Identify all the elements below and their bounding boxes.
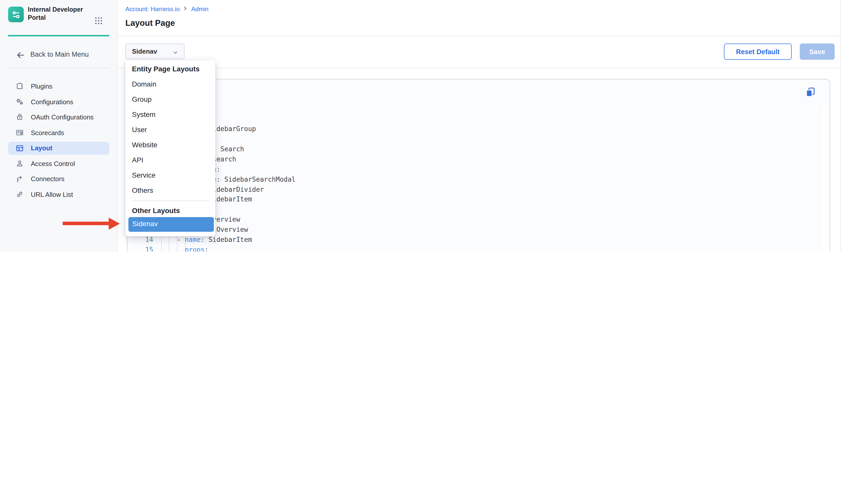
code-line-1[interactable]: 1page: — [127, 104, 823, 114]
sidebar-item-label: Access Control — [31, 160, 75, 167]
breadcrumb: Account: Harness.io Admin — [125, 5, 208, 13]
link-icon — [15, 190, 24, 199]
annotation-arrow — [63, 222, 110, 225]
sidebar-item-connectors[interactable]: Connectors — [8, 172, 109, 185]
sidebar-item-plugins[interactable]: Plugins — [8, 79, 109, 93]
sidebar: Internal Developer Portal Back to Main M… — [0, 0, 118, 252]
toolbar-divider — [118, 68, 840, 68]
content-right-edge — [840, 0, 841, 252]
sidebar-item-label: Connectors — [31, 175, 64, 183]
copy-icon[interactable] — [805, 87, 816, 98]
menu-item-system[interactable]: System — [125, 109, 215, 120]
sidebar-item-oauth-configurations[interactable]: OAuth Configurations — [8, 110, 109, 123]
sidebar-item-scorecards[interactable]: Scorecards — [8, 126, 109, 139]
sidebar-item-label: OAuth Configurations — [31, 113, 94, 121]
code-line-12[interactable]: 12 to: overview — [127, 215, 823, 225]
layout-icon — [15, 143, 24, 153]
code-line-8[interactable]: 8 - name: SidebarSearchModal — [127, 174, 823, 184]
menu-item-domain[interactable]: Domain — [125, 79, 215, 90]
layout-type-select[interactable]: Sidenav — [125, 43, 185, 59]
code-line-5[interactable]: 5 label: Search — [127, 144, 823, 154]
sidebar-item-url-allow-list[interactable]: URL Allow List — [8, 188, 109, 201]
sidebar-item-label: Configurations — [31, 98, 73, 105]
line-number: 14 — [127, 235, 153, 245]
annotation-arrow-head — [109, 217, 120, 230]
code-line-9[interactable]: 9 - name: SidebarDivider — [127, 184, 823, 194]
save-button[interactable]: Save — [800, 43, 835, 60]
menu-divider — [132, 200, 209, 201]
reset-default-label: Reset Default — [736, 48, 780, 56]
back-to-main-menu[interactable]: Back to Main Menu — [0, 49, 118, 62]
sidebar-divider — [8, 68, 109, 68]
menu-header-other-layouts: Other Layouts — [132, 206, 180, 214]
page-title: Layout Page — [125, 18, 175, 28]
menu-item-others[interactable]: Others — [125, 185, 215, 197]
code-line-6[interactable]: 6 to: /search — [127, 154, 823, 164]
code-line-4[interactable]: 4 props: — [127, 134, 823, 144]
lock-icon — [15, 112, 24, 121]
sidebar-item-label: Plugins — [31, 82, 52, 90]
chevron-right-icon — [183, 6, 188, 13]
menu-item-service[interactable]: Service — [125, 170, 215, 181]
editor-scrollbar-track — [823, 105, 829, 252]
layout-page-screen: Internal Developer Portal Back to Main M… — [0, 0, 868, 252]
layout-type-select-value: Sidenav — [132, 48, 157, 55]
plugins-icon — [15, 81, 24, 91]
breadcrumb-admin-link[interactable]: Admin — [192, 6, 208, 13]
sidebar-item-label: Scorecards — [31, 129, 64, 137]
branch-arrow-icon — [15, 174, 24, 183]
header-divider — [118, 36, 840, 37]
app-logo-icon — [8, 7, 24, 22]
sliders-icon — [10, 9, 21, 20]
menu-item-api[interactable]: API — [125, 155, 215, 166]
sidebar-item-layout[interactable]: Layout — [8, 141, 109, 154]
menu-item-user[interactable]: User — [125, 124, 215, 135]
code-line-7[interactable]: 7 children: — [127, 164, 823, 174]
breadcrumb-account-link[interactable]: Account: Harness.io — [125, 6, 180, 13]
sidebar-item-access-control[interactable]: Access Control — [8, 157, 109, 170]
back-arrow-icon — [15, 51, 25, 62]
app-grid-icon[interactable] — [94, 16, 103, 25]
code-line-3[interactable]: 3 - name: SidebarGroup — [127, 124, 823, 134]
line-content: props: — [161, 245, 208, 252]
brand-divider — [8, 35, 109, 37]
code-line-13[interactable]: 13 text: Overview — [127, 225, 823, 235]
app-title: Internal Developer Portal — [28, 6, 92, 22]
code-line-10[interactable]: 10 - name: SidebarItem — [127, 194, 823, 205]
back-label: Back to Main Menu — [30, 51, 89, 58]
menu-item-group[interactable]: Group — [125, 94, 215, 105]
layout-type-menu: Entity Page Layouts Domain Group System … — [125, 60, 215, 236]
sidebar-item-label: URL Allow List — [31, 191, 73, 198]
menu-item-website[interactable]: Website — [125, 140, 215, 151]
code-line-15[interactable]: 15 props: — [127, 245, 823, 252]
line-content: - name: SidebarItem — [161, 235, 252, 245]
gears-icon — [15, 97, 24, 106]
reset-default-button[interactable]: Reset Default — [724, 43, 792, 60]
code-line-2[interactable]: 2 items: — [127, 114, 823, 124]
code-line-11[interactable]: 11 props: — [127, 205, 823, 215]
code-line-14[interactable]: 14 - name: SidebarItem — [127, 235, 823, 245]
code-editor[interactable]: 1page:2 items:3 - name: SidebarGroup4 pr… — [127, 79, 823, 252]
chevron-down-icon — [172, 49, 178, 58]
scorecard-icon — [15, 128, 24, 137]
sidebar-item-configurations[interactable]: Configurations — [8, 95, 109, 108]
line-number: 15 — [127, 245, 153, 252]
save-label: Save — [809, 48, 825, 56]
person-icon — [15, 159, 24, 168]
menu-item-sidenav-selected[interactable]: Sidenav — [128, 217, 214, 232]
sidebar-item-label: Layout — [31, 144, 52, 152]
menu-header-entity-page-layouts: Entity Page Layouts — [132, 64, 200, 73]
